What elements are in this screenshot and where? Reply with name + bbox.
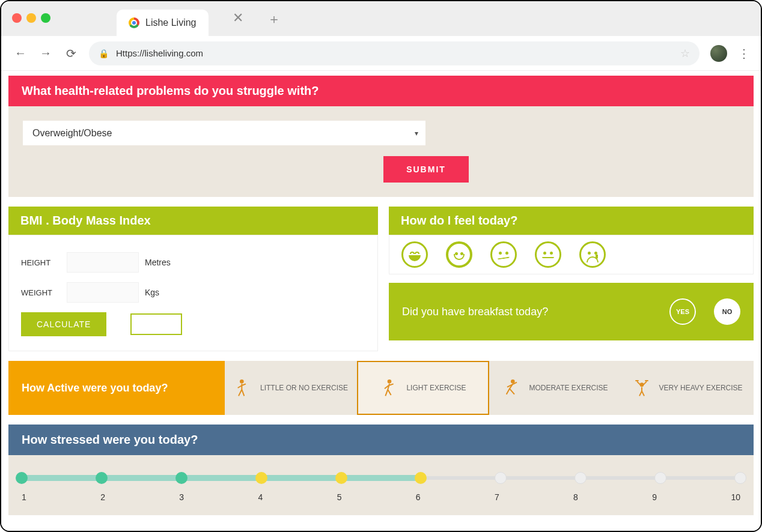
maximize-window-icon[interactable] bbox=[41, 13, 50, 23]
minimize-window-icon[interactable] bbox=[26, 13, 36, 23]
close-window-icon[interactable] bbox=[12, 13, 22, 23]
stress-dot-3[interactable] bbox=[175, 472, 187, 484]
stress-dot-8[interactable] bbox=[575, 472, 587, 484]
mood-sad[interactable] bbox=[579, 241, 606, 268]
back-button[interactable]: ← bbox=[13, 46, 28, 61]
person-standing-icon bbox=[234, 377, 253, 399]
stress-heading: How stressed were you today? bbox=[8, 425, 754, 455]
exercise-label: VERY HEAVY EXERCISE bbox=[659, 384, 742, 392]
close-tab-icon[interactable]: ✕ bbox=[233, 10, 243, 28]
stress-label: 1 bbox=[22, 492, 26, 502]
bookmark-icon[interactable]: ☆ bbox=[680, 47, 690, 60]
activity-heading: How Active were you today? bbox=[8, 361, 225, 415]
reload-button[interactable]: ⟳ bbox=[64, 46, 78, 61]
address-bar: ← → ⟳ 🔒 ☆ ⋮ bbox=[1, 36, 761, 71]
bmi-result bbox=[130, 313, 182, 335]
stress-dot-2[interactable] bbox=[96, 472, 108, 484]
stress-dot-1[interactable] bbox=[16, 472, 28, 484]
exercise-label: LIGHT EXERCISE bbox=[406, 384, 466, 392]
lock-icon: 🔒 bbox=[99, 49, 109, 58]
health-problems-body: Overweight/Obese SUBMIT bbox=[8, 106, 754, 197]
menu-icon[interactable]: ⋮ bbox=[738, 46, 749, 61]
height-input[interactable] bbox=[67, 252, 139, 273]
stress-label: 2 bbox=[100, 492, 105, 502]
stress-dot-6[interactable] bbox=[415, 472, 427, 484]
breakfast-no[interactable]: NO bbox=[714, 298, 740, 325]
window-controls bbox=[12, 13, 50, 23]
browser-window: Lishe Living ✕ ＋ ← → ⟳ 🔒 ☆ ⋮ What health… bbox=[0, 0, 762, 532]
weight-unit: Kgs bbox=[145, 288, 159, 297]
breakfast-yes[interactable]: YES bbox=[669, 298, 696, 325]
mood-happy[interactable] bbox=[446, 241, 472, 268]
activity-panel: How Active were you today? LITTLE OR NO … bbox=[8, 361, 754, 415]
exercise-none[interactable]: LITTLE OR NO EXERCISE bbox=[225, 361, 357, 415]
exercise-heavy[interactable]: VERY HEAVY EXERCISE bbox=[621, 361, 754, 415]
bmi-heading: BMI . Body Mass Index bbox=[8, 207, 378, 235]
svg-point-1 bbox=[388, 380, 391, 383]
tab-title: Lishe Living bbox=[145, 17, 197, 28]
titlebar: Lishe Living ✕ ＋ bbox=[1, 1, 761, 36]
mood-neutral[interactable] bbox=[535, 241, 561, 268]
stress-label: 9 bbox=[652, 492, 657, 502]
mood-selector bbox=[389, 235, 754, 274]
person-lifting-icon bbox=[632, 377, 651, 399]
height-unit: Metres bbox=[145, 258, 171, 267]
exercise-label: MODERATE EXERCISE bbox=[529, 384, 608, 392]
health-problem-select[interactable]: Overweight/Obese bbox=[23, 121, 425, 145]
mood-meh[interactable] bbox=[490, 241, 517, 268]
exercise-light[interactable]: LIGHT EXERCISE bbox=[357, 361, 489, 415]
height-label: HEIGHT bbox=[21, 258, 58, 267]
url-bar[interactable]: 🔒 ☆ bbox=[89, 41, 700, 65]
submit-button[interactable]: SUBMIT bbox=[383, 156, 469, 183]
stress-label: 5 bbox=[337, 492, 342, 502]
svg-point-0 bbox=[240, 380, 243, 383]
profile-avatar[interactable] bbox=[710, 45, 727, 62]
weight-input[interactable] bbox=[67, 282, 139, 303]
stress-labels: 12345678910 bbox=[22, 492, 740, 502]
new-tab-icon[interactable]: ＋ bbox=[267, 10, 281, 28]
feel-heading: How do I feel today? bbox=[389, 207, 754, 235]
stress-panel: 12345678910 bbox=[8, 455, 754, 515]
stress-dot-7[interactable] bbox=[495, 472, 507, 484]
stress-label: 4 bbox=[258, 492, 263, 502]
calculate-button[interactable]: CALCULATE bbox=[21, 312, 106, 336]
stress-dot-9[interactable] bbox=[654, 472, 666, 484]
stress-dot-5[interactable] bbox=[335, 472, 347, 484]
breakfast-question: Did you have breakfast today? bbox=[402, 306, 651, 318]
stress-label: 7 bbox=[495, 492, 499, 502]
tab-strip: Lishe Living ✕ ＋ bbox=[117, 7, 281, 36]
health-problems-heading: What health-related problems do you stru… bbox=[8, 76, 754, 106]
exercise-label: LITTLE OR NO EXERCISE bbox=[260, 384, 348, 392]
person-running-icon bbox=[502, 377, 522, 399]
tab-lishe-living[interactable]: Lishe Living bbox=[117, 10, 209, 36]
url-input[interactable] bbox=[116, 48, 673, 58]
page-content: What health-related problems do you stru… bbox=[1, 71, 761, 532]
stress-slider[interactable] bbox=[22, 472, 740, 484]
stress-label: 8 bbox=[573, 492, 578, 502]
feel-panel: How do I feel today? Did you have breakf… bbox=[389, 207, 754, 351]
chrome-icon bbox=[129, 17, 139, 28]
stress-dot-4[interactable] bbox=[255, 472, 267, 484]
bmi-panel: BMI . Body Mass Index HEIGHT Metres WEIG… bbox=[8, 207, 378, 351]
person-walking-icon bbox=[380, 377, 399, 399]
exercise-moderate[interactable]: MODERATE EXERCISE bbox=[489, 361, 621, 415]
stress-label: 3 bbox=[179, 492, 184, 502]
breakfast-panel: Did you have breakfast today? YES NO bbox=[389, 283, 754, 340]
stress-label: 10 bbox=[731, 492, 740, 502]
forward-button[interactable]: → bbox=[38, 46, 53, 61]
stress-label: 6 bbox=[416, 492, 421, 502]
mood-laugh[interactable] bbox=[401, 241, 428, 268]
stress-dot-10[interactable] bbox=[734, 472, 746, 484]
svg-point-2 bbox=[511, 380, 514, 383]
weight-label: WEIGHT bbox=[21, 288, 58, 297]
